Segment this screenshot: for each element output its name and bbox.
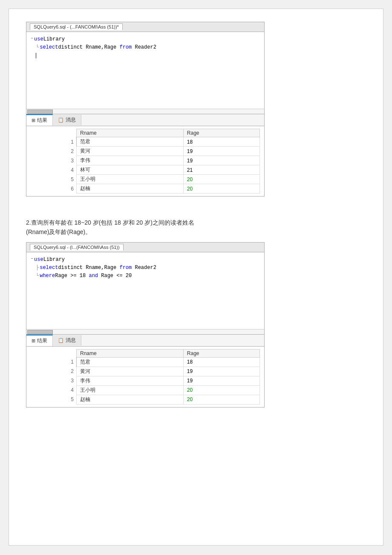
- cell-rage: 19: [183, 376, 259, 385]
- cell-rname: 范君: [77, 357, 184, 367]
- results-tab-label-1: 结果: [37, 117, 47, 124]
- text-cursor-1: [36, 53, 36, 58]
- messages-tab-1[interactable]: 📋 消息: [53, 115, 81, 125]
- editor-tab-2[interactable]: SQLQuery6.sql - (l...(FANCOMI\Ass (51)): [30, 244, 124, 251]
- cell-rage: 18: [183, 357, 259, 367]
- grid-icon-2: ⊞: [32, 338, 35, 344]
- cell-rage: 19: [183, 156, 259, 165]
- scrollbar-2[interactable]: [26, 329, 264, 334]
- row-num: 1: [31, 357, 77, 367]
- cell-rname: 赵楠: [77, 184, 184, 194]
- table-row: 2黄河19: [31, 367, 260, 376]
- sql-editor-1: SQLQuery6.sql - (...FANCOMI\Ass (51))* −…: [26, 22, 265, 197]
- keyword-select-1: select: [40, 43, 58, 52]
- col-header-rage-2: Rage: [183, 349, 259, 357]
- editor-tab-1[interactable]: SQLQuery6.sql - (...FANCOMI\Ass (51))*: [30, 23, 123, 30]
- cell-rname: 王小明: [77, 385, 184, 395]
- col-header-rname-1: Rname: [77, 129, 184, 137]
- scrollbar-thumb-1[interactable]: [27, 110, 53, 114]
- table-row: 4林可21: [31, 165, 260, 175]
- messages-tab-2[interactable]: 📋 消息: [53, 335, 81, 346]
- results-tab-label-2: 结果: [37, 337, 47, 344]
- sql-line-4: ├ select distinct Rname,Rage from Reader…: [36, 264, 260, 272]
- table-row: 6赵楠20: [31, 184, 260, 194]
- expand-icon-1: −: [31, 35, 33, 42]
- row-num: 3: [31, 156, 77, 165]
- tabs-bar-2: ⊞ 结果 📋 消息: [26, 334, 264, 347]
- tabs-bar-1: ⊞ 结果 📋 消息: [26, 114, 264, 126]
- table-row: 5赵楠20: [31, 395, 260, 404]
- messages-tab-label-1: 消息: [66, 116, 76, 124]
- use-text-1: Library: [43, 35, 65, 43]
- table-row: 1范君18: [31, 357, 260, 367]
- keyword-use-1: use: [34, 35, 43, 43]
- cell-rname: 范君: [77, 137, 184, 147]
- row-num: 5: [31, 395, 77, 404]
- sql-line-5: └ where Rage >= 18 and Rage <= 20: [36, 272, 260, 280]
- cell-rname: 赵楠: [77, 395, 184, 404]
- cursor-container-1: [36, 52, 260, 60]
- editor-body-2[interactable]: − use Library ├ select distinct Rname,Ra…: [26, 252, 264, 329]
- scrollbar-1[interactable]: [26, 109, 264, 114]
- col-header-rage-1: Rage: [183, 129, 259, 137]
- cell-rname: 黄河: [77, 147, 184, 156]
- cell-rname: 李伟: [77, 376, 184, 385]
- branch-icon-3: └: [36, 272, 39, 280]
- select-text-2: distinct Rname,Rage from Reader2: [58, 264, 156, 272]
- section-2: 2.查询所有年龄在 18~20 岁(包括 18 岁和 20 岁)之间的读者姓名 …: [26, 218, 366, 408]
- editor-titlebar-1: SQLQuery6.sql - (...FANCOMI\Ass (51))*: [26, 22, 264, 32]
- sql-line-2: └ select distinct Rname,Rage from Reader…: [36, 43, 260, 52]
- cell-rage: 19: [183, 147, 259, 156]
- results-table-2: Rname Rage 1范君182黄河193李伟194王小明205赵楠20: [31, 349, 260, 405]
- results-wrapper-2: Rname Rage 1范君182黄河193李伟194王小明205赵楠20: [26, 347, 264, 407]
- sql-line-3: − use Library: [31, 256, 260, 264]
- msg-icon-1: 📋: [58, 117, 64, 123]
- messages-tab-label-2: 消息: [66, 337, 76, 344]
- branch-icon-2: ├: [36, 264, 39, 272]
- editor-body-1[interactable]: − use Library └ select distinct Rname,Ra…: [26, 32, 264, 109]
- cell-rage: 20: [183, 175, 259, 184]
- row-num: 2: [31, 367, 77, 376]
- col-header-rname-2: Rname: [77, 349, 184, 357]
- cell-rage: 20: [183, 184, 259, 194]
- cell-rage: 20: [183, 385, 259, 395]
- scrollbar-thumb-2[interactable]: [27, 330, 53, 334]
- keyword-use-2: use: [34, 256, 43, 264]
- table-row: 4王小明20: [31, 385, 260, 395]
- sql-line-1: − use Library: [31, 35, 260, 43]
- row-num: 4: [31, 385, 77, 395]
- expand-icon-2: −: [31, 256, 33, 263]
- keyword-where-2: where: [40, 272, 55, 280]
- cell-rname: 王小明: [77, 175, 184, 184]
- cell-rname: 黄河: [77, 367, 184, 376]
- msg-icon-2: 📋: [58, 338, 64, 343]
- section-1: SQLQuery6.sql - (...FANCOMI\Ass (51))* −…: [26, 22, 366, 197]
- cell-rname: 林可: [77, 165, 184, 175]
- row-num: 5: [31, 175, 77, 184]
- cell-rage: 20: [183, 395, 259, 404]
- use-text-2: Library: [43, 256, 65, 264]
- row-num: 2: [31, 147, 77, 156]
- row-num: 3: [31, 376, 77, 385]
- cell-rage: 19: [183, 367, 259, 376]
- table-row: 5王小明20: [31, 175, 260, 184]
- keyword-select-2: select: [40, 264, 58, 272]
- row-num: 6: [31, 184, 77, 194]
- results-tab-1[interactable]: ⊞ 结果: [26, 114, 53, 126]
- cell-rname: 李伟: [77, 156, 184, 165]
- results-table-1: Rname Rage 1范君182黄河193李伟194林可215王小明206赵楠…: [31, 129, 260, 194]
- row-num: 4: [31, 165, 77, 175]
- table-row: 3李伟19: [31, 156, 260, 165]
- table-row: 2黄河19: [31, 147, 260, 156]
- description-2: 2.查询所有年龄在 18~20 岁(包括 18 岁和 20 岁)之间的读者姓名 …: [26, 218, 366, 237]
- page-content: SQLQuery6.sql - (...FANCOMI\Ass (51))* −…: [9, 9, 383, 546]
- sql-editor-2: SQLQuery6.sql - (l...(FANCOMI\Ass (51)) …: [26, 242, 265, 408]
- where-text-2: Rage >= 18 and Rage <= 20: [55, 272, 132, 280]
- results-tab-2[interactable]: ⊞ 结果: [26, 335, 53, 346]
- results-wrapper-1: Rname Rage 1范君182黄河193李伟194林可215王小明206赵楠…: [26, 126, 264, 196]
- cell-rage: 21: [183, 165, 259, 175]
- cell-rage: 18: [183, 137, 259, 147]
- grid-icon-1: ⊞: [32, 118, 35, 123]
- table-row: 3李伟19: [31, 376, 260, 385]
- row-num: 1: [31, 137, 77, 147]
